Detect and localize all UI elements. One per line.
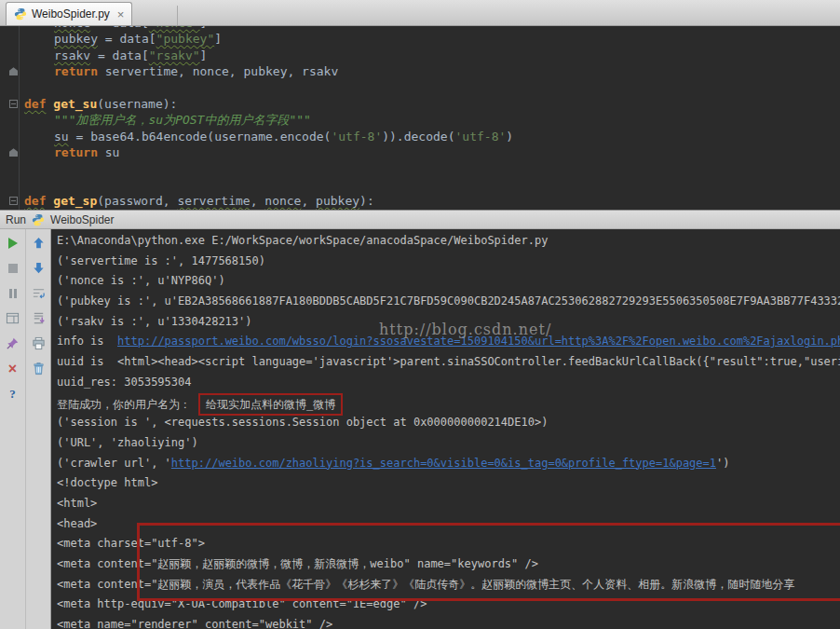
soft-wrap-icon bbox=[32, 286, 46, 300]
up-stack-button[interactable] bbox=[31, 235, 47, 251]
fold-end-icon[interactable] bbox=[9, 67, 18, 75]
print-icon bbox=[32, 336, 46, 350]
editor-line[interactable]: """加密用户名，su为POST中的用户名字段""" bbox=[24, 112, 840, 128]
run-label: Run bbox=[6, 213, 26, 226]
console-lines: E:\Anaconda\python.exe E:/WorkSpace/work… bbox=[51, 229, 840, 629]
console-line: <html> bbox=[57, 494, 840, 514]
editor-line[interactable] bbox=[24, 177, 840, 193]
run-panel: Run WeiboSpider ×? E:\Anaconda\python.ex… bbox=[0, 210, 840, 629]
console-line: <meta content="赵丽颖，演员，代表作品《花千骨》《杉杉来了》《陆贞… bbox=[57, 575, 840, 595]
close-icon[interactable]: × bbox=[117, 8, 125, 21]
python-icon bbox=[32, 213, 45, 226]
console-line: <meta http-equiv="X-UA-Compatible" conte… bbox=[57, 595, 840, 615]
console-link[interactable]: http://weibo.com/zhaoliying?is_search=0&… bbox=[171, 457, 716, 470]
clear-button[interactable] bbox=[31, 361, 47, 376]
run-icon bbox=[8, 238, 18, 249]
fold-start-icon[interactable] bbox=[9, 100, 18, 108]
console-line: ('crawler url', 'http://weibo.com/zhaoli… bbox=[57, 454, 840, 474]
help-button[interactable]: ? bbox=[5, 386, 20, 402]
scroll-end-button[interactable] bbox=[31, 310, 47, 326]
editor-line[interactable]: rsakv = data["rsakv"] bbox=[24, 48, 840, 63]
console-line: ('pubkey is :', u'EB2A38568661887FA180BD… bbox=[57, 292, 840, 312]
console-line: uuid_res: 3053595304 bbox=[57, 373, 840, 393]
run-panel-body: ×? E:\Anaconda\python.exe E:/WorkSpace/w… bbox=[0, 229, 840, 629]
tabbar-divider bbox=[177, 6, 178, 25]
editor-line[interactable] bbox=[24, 161, 840, 177]
python-icon bbox=[14, 7, 27, 21]
code-editor[interactable]: nonce = data["nonce"]pubkey = data["pubk… bbox=[0, 26, 840, 210]
fold-start-icon[interactable] bbox=[9, 197, 18, 205]
console-line: info is http://passport.weibo.com/wbsso/… bbox=[57, 332, 840, 352]
down-stack-button[interactable] bbox=[31, 260, 47, 276]
close-icon: × bbox=[8, 362, 17, 376]
console-line: <meta content="赵丽颖，赵丽颖的微博，微博，新浪微博，weibo"… bbox=[57, 554, 840, 575]
restore-layout-icon bbox=[6, 311, 20, 325]
editor-line[interactable]: return su bbox=[24, 144, 840, 160]
help-icon: ? bbox=[9, 387, 16, 402]
print-button[interactable] bbox=[31, 335, 47, 351]
console-line: ('session is ', <requests.sessions.Sessi… bbox=[57, 413, 840, 433]
run-toolbar-col2 bbox=[25, 229, 50, 629]
pin-button[interactable] bbox=[5, 335, 20, 351]
scroll-end-icon bbox=[32, 311, 46, 325]
run-panel-header[interactable]: Run WeiboSpider bbox=[0, 210, 840, 229]
editor-line[interactable]: pubkey = data["pubkey"] bbox=[24, 31, 840, 47]
run-button[interactable] bbox=[5, 235, 20, 251]
editor-line[interactable]: su = base64.b64encode(username.encode('u… bbox=[24, 129, 840, 144]
fold-end-icon[interactable] bbox=[9, 148, 18, 157]
console-line: ('nonce is :', u'NYP86Q') bbox=[57, 271, 840, 292]
stop-button[interactable] bbox=[5, 260, 20, 276]
tab-title: WeiboSpider.py bbox=[32, 7, 110, 21]
console-line: ('servertime is :', 1477568150) bbox=[57, 252, 840, 272]
console-line: <meta charset="utf-8"> bbox=[57, 534, 840, 554]
run-console[interactable]: E:\Anaconda\python.exe E:/WorkSpace/work… bbox=[51, 229, 840, 629]
console-line: uuid is <html><head><script language='ja… bbox=[57, 352, 840, 373]
soft-wrap-button[interactable] bbox=[31, 285, 47, 301]
run-toolbar-col1: ×? bbox=[0, 229, 25, 629]
editor-line[interactable]: return servertime, nonce, pubkey, rsakv bbox=[24, 63, 840, 79]
console-line: E:\Anaconda\python.exe E:/WorkSpace/work… bbox=[57, 231, 840, 252]
console-line: ('rsakv is :', u'1330428213') bbox=[57, 312, 840, 333]
console-line: 登陆成功，你的用户名为：给现实加点料的微博_微博 bbox=[57, 393, 840, 414]
gutter-separator bbox=[19, 26, 20, 210]
console-line: <meta name="renderer" content="webkit" /… bbox=[57, 615, 840, 629]
editor-tab-bar: WeiboSpider.py × bbox=[0, 0, 840, 26]
console-line: <!doctype html> bbox=[57, 473, 840, 494]
pin-icon bbox=[6, 336, 20, 350]
run-config-name: WeiboSpider bbox=[50, 213, 114, 226]
editor-tab-weibospider[interactable]: WeiboSpider.py × bbox=[6, 2, 132, 25]
stop-icon bbox=[8, 264, 18, 273]
console-link[interactable]: http://passport.weibo.com/wbsso/login?ss… bbox=[117, 335, 840, 348]
close-button[interactable]: × bbox=[5, 361, 20, 376]
editor-line[interactable] bbox=[24, 80, 840, 96]
down-stack-icon bbox=[32, 261, 46, 275]
restore-layout-button[interactable] bbox=[5, 310, 20, 326]
pause-icon bbox=[9, 289, 17, 298]
username-highlight-box: 给现实加点料的微博_微博 bbox=[198, 393, 343, 416]
pause-button[interactable] bbox=[5, 285, 20, 301]
editor-code: nonce = data["nonce"]pubkey = data["pubk… bbox=[0, 26, 840, 210]
clear-icon bbox=[32, 362, 46, 376]
editor-line[interactable]: def get_su(username): bbox=[24, 96, 840, 112]
console-line: ('URL', 'zhaoliying') bbox=[57, 433, 840, 454]
run-toolbar: ×? bbox=[0, 229, 51, 629]
console-line: <head> bbox=[57, 514, 840, 535]
up-stack-icon bbox=[32, 236, 46, 250]
editor-line[interactable]: def get_sp(password, servertime, nonce, … bbox=[24, 193, 840, 209]
